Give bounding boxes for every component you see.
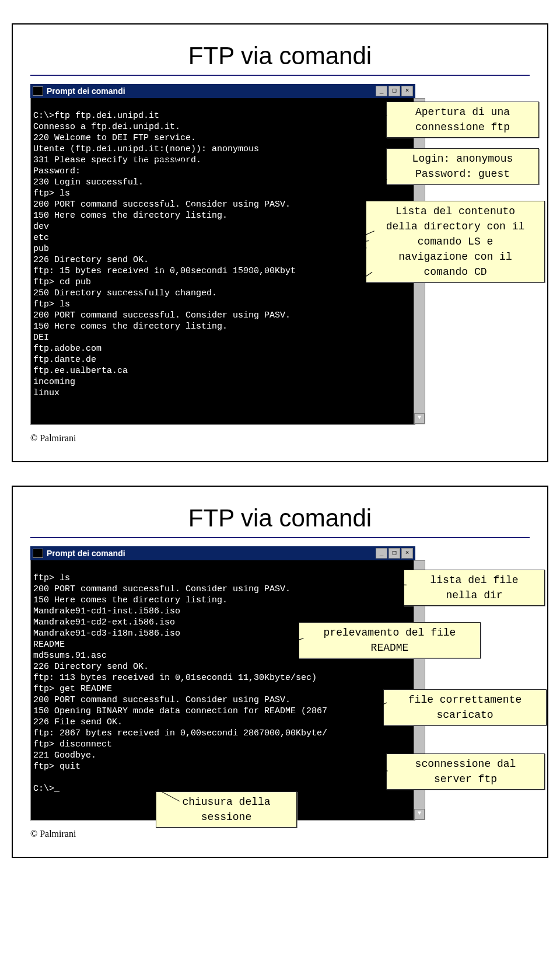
annotation-file-downloaded: file correttamente scaricato <box>383 689 547 725</box>
terminal-window: Prompt dei comandi _ □ × ftp> ls 200 POR… <box>30 546 415 821</box>
copyright: © Palmirani <box>30 829 530 839</box>
terminal-body: ftp> ls 200 PORT command successful. Con… <box>30 560 415 821</box>
terminal-titlebar: Prompt dei comandi _ □ × <box>30 84 415 98</box>
annotation-download-readme: prelevamento del file README <box>299 622 481 658</box>
copyright: © Palmirani <box>30 433 530 444</box>
title-rule <box>30 537 530 538</box>
slide-1: FTP via comandi Prompt dei comandi _ □ ×… <box>12 23 548 462</box>
slide-title: FTP via comandi <box>30 504 530 532</box>
scroll-down-button[interactable]: ▼ <box>414 413 425 424</box>
window-buttons: _ □ × <box>376 86 413 96</box>
minimize-button[interactable]: _ <box>376 548 387 559</box>
annotation-open-connection: Apertura di una connessione ftp <box>386 102 539 138</box>
annotation-list-files: lista dei file nella dir <box>404 570 545 606</box>
terminal-output: ftp> ls 200 PORT command successful. Con… <box>33 573 327 794</box>
terminal-window: Prompt dei comandi _ □ × C:\>ftp ftp.dei… <box>30 84 415 425</box>
annotation-disconnect: sconnessione dal server ftp <box>386 753 545 790</box>
scroll-down-button[interactable]: ▼ <box>414 809 425 819</box>
annotation-ls-cd: Lista del contenuto della directory con … <box>366 201 545 282</box>
annotation-login: Login: anonymous Password: guest <box>386 148 539 184</box>
terminal-titlebar: Prompt dei comandi _ □ × <box>30 546 415 560</box>
slide-title: FTP via comandi <box>30 42 530 70</box>
slide-2: FTP via comandi Prompt dei comandi _ □ ×… <box>12 486 548 858</box>
terminal-title: Prompt dei comandi <box>47 86 376 96</box>
maximize-button[interactable]: □ <box>388 86 400 96</box>
terminal-output: C:\>ftp ftp.dei.unipd.it Connesso a ftp.… <box>33 111 296 398</box>
cmd-icon <box>33 86 43 96</box>
annotation-close-session: chiusura della sessione <box>156 791 297 828</box>
terminal-title: Prompt dei comandi <box>47 549 376 558</box>
close-button[interactable]: × <box>401 548 413 559</box>
close-button[interactable]: × <box>401 86 413 96</box>
title-rule <box>30 75 530 76</box>
cmd-icon <box>33 549 43 558</box>
window-buttons: _ □ × <box>376 548 413 559</box>
minimize-button[interactable]: _ <box>376 86 387 96</box>
maximize-button[interactable]: □ <box>388 548 400 559</box>
